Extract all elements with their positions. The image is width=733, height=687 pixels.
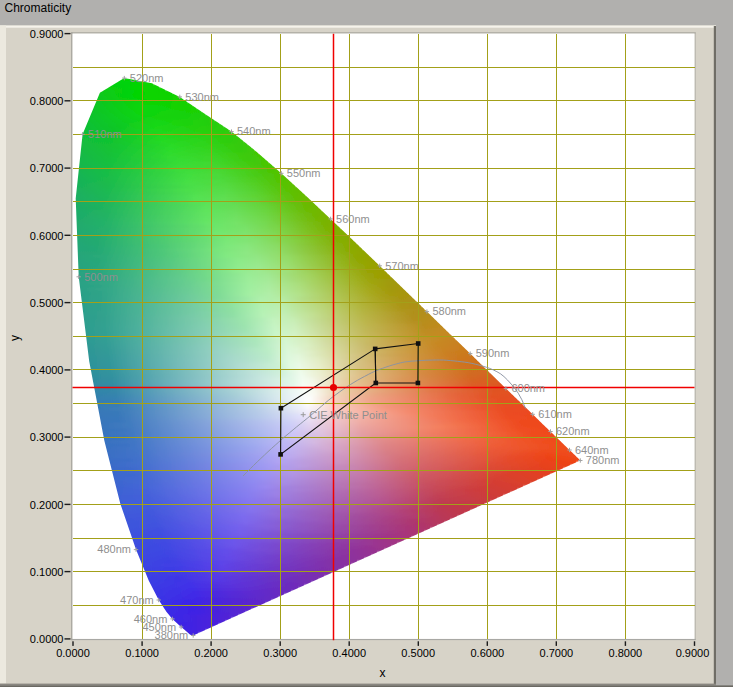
svg-text:0.6000: 0.6000 xyxy=(30,230,64,242)
svg-text:0.8000: 0.8000 xyxy=(609,647,643,659)
svg-text:0.2000: 0.2000 xyxy=(194,647,228,659)
svg-text:500nm: 500nm xyxy=(84,271,118,283)
svg-text:540nm: 540nm xyxy=(237,125,271,137)
svg-text:x: x xyxy=(380,666,386,680)
svg-text:Chromaticity: Chromaticity xyxy=(5,1,72,15)
svg-text:570nm: 570nm xyxy=(385,260,419,272)
svg-text:0.6000: 0.6000 xyxy=(470,647,504,659)
svg-text:0.4000: 0.4000 xyxy=(332,647,366,659)
svg-text:0.3000: 0.3000 xyxy=(30,431,64,443)
svg-text:510nm: 510nm xyxy=(88,128,122,140)
svg-text:0.1000: 0.1000 xyxy=(125,647,159,659)
svg-text:0.7000: 0.7000 xyxy=(540,647,574,659)
svg-text:y: y xyxy=(8,335,22,341)
svg-text:780nm: 780nm xyxy=(586,454,620,466)
svg-text:0.5000: 0.5000 xyxy=(401,647,435,659)
svg-text:0.9000: 0.9000 xyxy=(30,28,64,40)
svg-text:0.7000: 0.7000 xyxy=(30,162,64,174)
svg-text:550nm: 550nm xyxy=(287,167,321,179)
svg-text:610nm: 610nm xyxy=(538,408,572,420)
svg-text:0.4000: 0.4000 xyxy=(30,364,64,376)
svg-text:0.0000: 0.0000 xyxy=(56,647,90,659)
svg-text:0.2000: 0.2000 xyxy=(30,499,64,511)
svg-text:620nm: 620nm xyxy=(556,425,590,437)
svg-text:580nm: 580nm xyxy=(432,305,466,317)
svg-text:470nm: 470nm xyxy=(120,594,154,606)
svg-text:480nm: 480nm xyxy=(97,543,131,555)
svg-text:0.1000: 0.1000 xyxy=(30,566,64,578)
svg-text:520nm: 520nm xyxy=(130,72,164,84)
svg-text:CIE White Point: CIE White Point xyxy=(309,409,387,421)
svg-text:0.3000: 0.3000 xyxy=(263,647,297,659)
svg-text:530nm: 530nm xyxy=(185,91,219,103)
svg-text:0.9000: 0.9000 xyxy=(676,647,710,659)
svg-text:460nm: 460nm xyxy=(134,613,168,625)
svg-text:0.8000: 0.8000 xyxy=(30,95,64,107)
svg-text:0.5000: 0.5000 xyxy=(30,297,64,309)
svg-text:560nm: 560nm xyxy=(336,213,370,225)
svg-text:0.0000: 0.0000 xyxy=(30,633,64,645)
svg-text:590nm: 590nm xyxy=(476,347,510,359)
svg-text:600nm: 600nm xyxy=(511,382,545,394)
